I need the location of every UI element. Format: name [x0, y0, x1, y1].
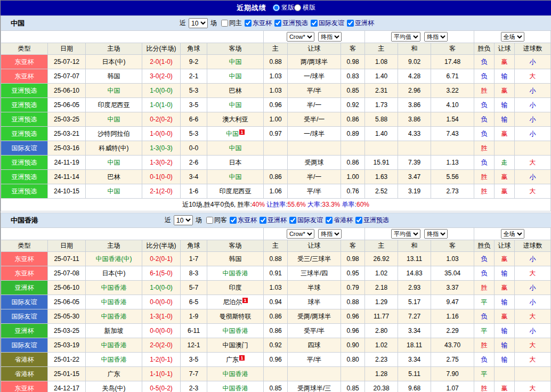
- scope-select[interactable]: 全场: [501, 229, 524, 239]
- type-badge-cell: 国际友谊: [1, 295, 48, 309]
- home-team-name: 印度尼西亚: [98, 101, 130, 109]
- date-cell: 25-03-19: [48, 338, 86, 353]
- results-body: 东亚杯 25-07-12 日本(中) 2-0(1-0) 9-2 中国 0.88 …: [1, 55, 551, 199]
- handicap-result-cell: [495, 141, 515, 156]
- europe-stage-select[interactable]: 终指: [424, 229, 448, 239]
- league-checkbox[interactable]: [326, 217, 333, 224]
- match-row: 省港杯 25-01-22 中国香港 1-2(0-1) 3-5 广东1 0.96 …: [1, 353, 551, 367]
- col-corner: 角球: [181, 43, 207, 55]
- europe-avg-select[interactable]: 平均值: [391, 32, 420, 42]
- europe-avg-select[interactable]: 平均值: [391, 229, 420, 239]
- handicap-result-cell: 赢: [495, 309, 515, 324]
- layout-radio[interactable]: [294, 4, 301, 11]
- avg-away-odds-cell: 43.70: [431, 338, 474, 353]
- layout-radio-option[interactable]: 横版: [294, 3, 315, 12]
- same-side-checkbox[interactable]: [206, 217, 213, 224]
- score-cell: 1-0(0-0): [142, 84, 181, 98]
- score-cell: 1-1(0-1): [142, 367, 181, 381]
- column-header-row: 类型 日期 主场 比分(半场) 角球 客场 主 让球 客 主 和 客 胜负 让球…: [1, 43, 551, 55]
- avg-draw-odds-cell: 3.86: [398, 112, 431, 127]
- type-badge-cell: 亚洲杯: [1, 281, 48, 295]
- league-filter[interactable]: 国际友谊: [289, 216, 323, 225]
- league-checkbox[interactable]: [355, 217, 362, 224]
- result-cell: 负: [474, 266, 495, 281]
- match-count-select[interactable]: 10: [174, 215, 193, 225]
- away-team-cell: 中国: [207, 69, 264, 84]
- league-filter[interactable]: 亚洲杯: [347, 19, 374, 28]
- avg-home-odds-cell: 5.88: [365, 112, 398, 127]
- result-cell: 胜: [474, 184, 495, 199]
- same-side-checkbox[interactable]: [221, 20, 228, 27]
- avg-away-odds-cell: 17.48: [431, 55, 474, 69]
- league-filter[interactable]: 国际友谊: [311, 19, 344, 28]
- home-team-cell: 沙特阿拉伯: [86, 127, 142, 141]
- europe-stage-select[interactable]: 终指: [424, 32, 448, 42]
- asian-handicap-cell: [288, 367, 341, 381]
- asian-away-odds-cell: 0.80: [341, 353, 365, 367]
- asian-home-odds-cell: 0.85: [264, 381, 288, 392]
- home-team-cell: 日本(中): [86, 266, 142, 281]
- asian-home-odds-cell: 0.97: [264, 127, 288, 141]
- score-cell: 1-3(1-0): [142, 309, 181, 324]
- bookmaker-select[interactable]: Crow*: [287, 229, 314, 239]
- stat-segment: 60%: [356, 201, 369, 208]
- goals-result-cell: 小: [515, 112, 551, 127]
- league-filter[interactable]: 亚洲预选: [274, 19, 308, 28]
- away-team-cell: 中国: [207, 141, 264, 156]
- date-cell: 24-10-15: [48, 184, 86, 199]
- away-team-name: 澳大利亚: [223, 116, 248, 123]
- layout-radio-option[interactable]: 竖版: [273, 3, 294, 12]
- handicap-result-cell: 输: [495, 98, 515, 112]
- league-checkbox[interactable]: [260, 217, 266, 224]
- league-checkbox[interactable]: [245, 20, 252, 27]
- asian-home-odds-cell: 0.91: [264, 266, 288, 281]
- avg-away-odds-cell: 35.04: [431, 266, 474, 281]
- same-side-filter[interactable]: 同客: [206, 216, 227, 225]
- asian-away-odds-cell: 0.98: [341, 252, 365, 266]
- corners-cell: 1-7: [181, 252, 207, 266]
- layout-radio[interactable]: [273, 4, 280, 11]
- result-cell: 平: [474, 324, 495, 338]
- league-filter[interactable]: 亚洲杯: [260, 216, 287, 225]
- score-cell: 2-0(2-0): [142, 338, 181, 353]
- score-cell: 0-5(0-2): [142, 381, 181, 392]
- asian-handicap-cell: 三球半/四: [288, 266, 341, 281]
- bookmaker-stage-select[interactable]: 终指: [318, 229, 342, 239]
- goals-result-cell: 大: [515, 353, 551, 367]
- asian-handicap-cell: 四球: [288, 338, 341, 353]
- league-checkbox[interactable]: [230, 217, 237, 224]
- games-label: 场: [196, 216, 202, 225]
- col-asian-away: 客: [341, 43, 365, 55]
- bookmaker-select[interactable]: Crow*: [287, 32, 314, 42]
- away-team-cell: 中国1: [207, 127, 264, 141]
- col-asian-home: 主: [264, 240, 288, 252]
- away-team-cell: 韩国: [207, 252, 264, 266]
- avg-draw-odds-cell: 3.86: [398, 98, 431, 112]
- away-team-cell: 中国: [207, 98, 264, 112]
- league-checkbox[interactable]: [274, 20, 281, 27]
- same-side-label: 同客: [214, 216, 227, 225]
- score-cell: 1-0(0-0): [142, 127, 181, 141]
- league-filter[interactable]: 东亚杯: [245, 19, 272, 28]
- column-header-row: 类型 日期 主场 比分(半场) 角球 客场 主 让球 客 主 和 客 胜负 让球…: [1, 240, 551, 252]
- asian-home-odds-cell: 0.94: [264, 295, 288, 309]
- date-cell: 25-07-07: [48, 69, 86, 84]
- league-filter-group: 东亚杯亚洲杯国际友谊省港杯亚洲预选: [227, 216, 389, 225]
- league-filter[interactable]: 东亚杯: [230, 216, 257, 225]
- league-checkbox[interactable]: [289, 217, 296, 224]
- scope-select[interactable]: 全场: [501, 32, 524, 42]
- col-asian-home: 主: [264, 43, 288, 55]
- league-checkbox[interactable]: [311, 20, 318, 27]
- match-row: 亚洲杯 25-03-25 新加坡 0-0(0-0) 6-11 中国香港 0.86…: [1, 324, 551, 338]
- league-filter[interactable]: 省港杯: [326, 216, 353, 225]
- away-team-name: 广东: [226, 356, 239, 363]
- league-filter[interactable]: 亚洲预选: [355, 216, 389, 225]
- bookmaker-stage-select[interactable]: 终指: [318, 32, 342, 42]
- col-result: 胜负: [474, 43, 495, 55]
- league-checkbox[interactable]: [347, 20, 354, 27]
- result-cell: 平: [474, 367, 495, 381]
- stat-segment: 大率:: [306, 201, 322, 208]
- goals-result-cell: 小: [515, 324, 551, 338]
- same-side-filter[interactable]: 同主: [221, 19, 242, 28]
- match-count-select[interactable]: 10: [189, 18, 208, 28]
